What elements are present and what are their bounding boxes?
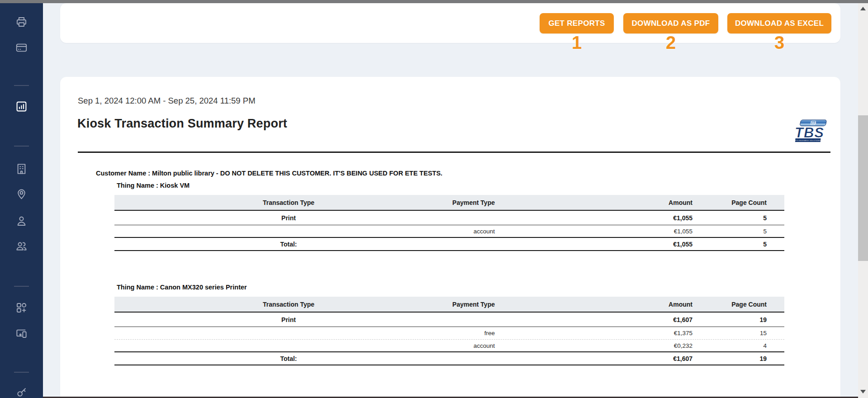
sidebar-item-organization[interactable] [15,163,28,175]
bar-chart-icon [15,100,28,113]
cell-page-count: 4 [114,340,767,352]
thing-name-label: Thing Name : Canon MX320 series Printer [114,284,784,297]
cell-page-count: 5 [114,225,767,238]
table-row: free€1,37515 [114,327,784,340]
step-annotation-2: 2 [666,33,676,53]
table-row: Total:€1,0555 [114,238,784,251]
thing-name-label: Thing Name : Kiosk VM [114,182,784,195]
logo-emblem-text: TBS [810,121,817,124]
column-header: Page Count [114,297,767,313]
sidebar-divider [14,146,29,147]
report-date-range: Sep 1, 2024 12:00 AM - Sep 25, 2024 11:5… [78,96,256,106]
download-excel-button[interactable]: DOWNLOAD AS EXCEL [727,13,831,33]
sidebar-item-print[interactable] [15,16,28,28]
sidebar-item-locations[interactable] [15,188,28,200]
cell-page-count: 19 [114,313,767,327]
title-divider-rule [78,152,830,153]
report-section: Thing Name : Canon MX320 series Printer … [114,284,784,365]
get-reports-button[interactable]: GET REPORTS [540,13,614,33]
table-row: account€0,2324 [114,340,784,352]
table-row: Print€1,60719 [114,313,784,327]
table-header-row: Transaction TypePayment TypeAmountPage C… [114,297,784,313]
devices-icon [15,327,28,340]
apps-plus-icon [15,302,28,314]
sidebar-divider [14,286,29,287]
sidebar-item-access[interactable] [15,386,28,398]
map-pin-icon [15,188,28,200]
cell-page-count: 5 [114,211,767,225]
sidebar-item-payments[interactable] [15,42,28,54]
sidebar-divider [14,85,29,86]
cell-page-count: 15 [114,327,767,340]
sidebar [0,0,43,398]
sidebar-item-user[interactable] [15,215,28,227]
report-title: Kiosk Transaction Summary Report [77,117,287,131]
users-icon [15,240,28,252]
step-annotation-3: 3 [774,33,784,53]
transaction-summary-table: Transaction TypePayment TypeAmountPage C… [114,195,784,251]
download-pdf-button[interactable]: DOWNLOAD AS PDF [623,13,718,33]
step-annotation-1: 1 [572,33,582,53]
table-row: Total:€1,60719 [114,352,784,365]
user-icon [15,215,28,227]
customer-name-line: Customer Name : Milton public library - … [96,170,442,177]
sidebar-item-reports[interactable] [15,100,28,113]
transaction-summary-table: Transaction TypePayment TypeAmountPage C… [114,297,784,365]
vertical-scrollbar[interactable] [858,3,868,398]
cell-page-count: 19 [114,352,767,365]
window-top-edge [0,0,868,3]
key-icon [15,386,28,398]
table-row: account€1,0555 [114,225,784,238]
report-card: Sep 1, 2024 12:00 AM - Sep 25, 2024 11:5… [60,77,840,398]
credit-card-icon [15,42,28,54]
scroll-up-arrow[interactable] [860,7,866,10]
table-row: Print€1,0555 [114,211,784,225]
sidebar-item-users[interactable] [15,240,28,252]
report-actions-toolbar: GET REPORTS DOWNLOAD AS PDF DOWNLOAD AS … [60,3,840,43]
table-header-row: Transaction TypePayment TypeAmountPage C… [114,195,784,211]
building-icon [15,163,28,175]
logo-tagline: TODAY'S BUSINESS SOLUTIONS, INC [793,140,825,142]
logo-main-text: TBS [795,125,824,141]
sidebar-item-devices[interactable] [15,327,28,340]
sidebar-item-integrations[interactable] [15,302,28,314]
cell-page-count: 5 [114,238,767,251]
printer-icon [15,16,28,28]
scroll-down-arrow[interactable] [860,390,866,393]
column-header: Page Count [114,195,767,211]
report-section: Thing Name : Kiosk VM Transaction TypePa… [114,182,784,251]
tbs-logo: TBS TBS TODAY'S BUSINESS SOLUTIONS, INC [793,119,828,143]
scrollbar-thumb[interactable] [858,115,868,261]
app-window: { "window": { "top_strip_color": "#797a7… [0,0,868,398]
sidebar-divider [14,372,29,373]
